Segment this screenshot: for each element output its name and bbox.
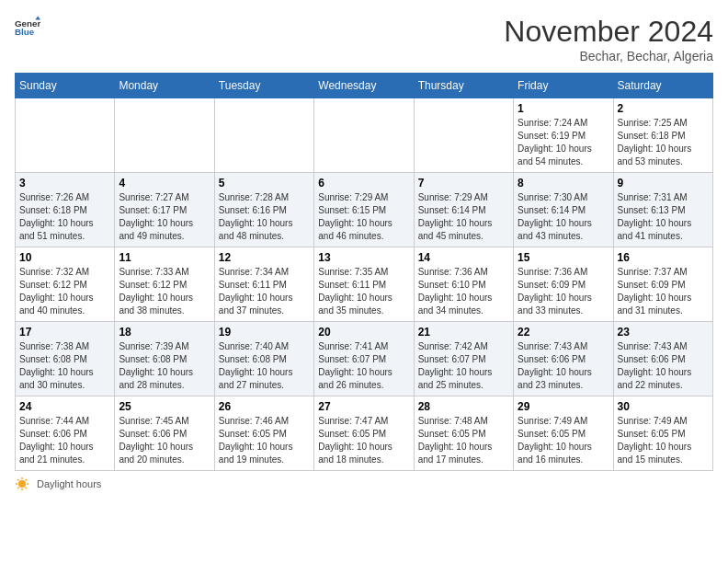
calendar-cell: 4Sunrise: 7:27 AMSunset: 6:17 PMDaylight… [115, 173, 214, 247]
day-number: 3 [19, 177, 110, 190]
day-header-wednesday: Wednesday [314, 74, 414, 98]
day-info: Sunrise: 7:39 AMSunset: 6:08 PMDaylight:… [119, 340, 210, 392]
calendar-cell: 7Sunrise: 7:29 AMSunset: 6:14 PMDaylight… [414, 173, 513, 247]
page-header: General Blue November 2024 Bechar, Becha… [15, 15, 713, 63]
day-info: Sunrise: 7:32 AMSunset: 6:12 PMDaylight:… [19, 266, 110, 317]
day-number: 22 [518, 326, 609, 339]
calendar-week-row: 1Sunrise: 7:24 AMSunset: 6:19 PMDaylight… [16, 98, 713, 173]
day-number: 25 [119, 400, 210, 413]
calendar-cell: 20Sunrise: 7:41 AMSunset: 6:07 PMDayligh… [314, 322, 414, 396]
calendar-cell: 14Sunrise: 7:36 AMSunset: 6:10 PMDayligh… [414, 247, 513, 322]
logo: General Blue [15, 15, 40, 40]
svg-text:Blue: Blue [15, 27, 35, 37]
calendar-cell: 17Sunrise: 7:38 AMSunset: 6:08 PMDayligh… [16, 322, 115, 396]
calendar-cell: 18Sunrise: 7:39 AMSunset: 6:08 PMDayligh… [115, 322, 214, 396]
day-header-monday: Monday [115, 74, 214, 98]
calendar-cell: 10Sunrise: 7:32 AMSunset: 6:12 PMDayligh… [16, 247, 115, 322]
day-number: 14 [418, 251, 509, 264]
calendar-cell: 24Sunrise: 7:44 AMSunset: 6:06 PMDayligh… [16, 396, 115, 471]
day-number: 10 [19, 251, 110, 264]
calendar-cell: 21Sunrise: 7:42 AMSunset: 6:07 PMDayligh… [414, 322, 513, 396]
day-number: 28 [418, 400, 509, 413]
calendar-cell: 2Sunrise: 7:25 AMSunset: 6:18 PMDaylight… [613, 98, 712, 173]
day-number: 18 [119, 326, 210, 339]
day-header-thursday: Thursday [414, 74, 513, 98]
month-title: November 2024 [504, 15, 713, 49]
calendar-cell: 15Sunrise: 7:36 AMSunset: 6:09 PMDayligh… [514, 247, 613, 322]
calendar-cell: 22Sunrise: 7:43 AMSunset: 6:06 PMDayligh… [514, 322, 613, 396]
day-info: Sunrise: 7:31 AMSunset: 6:13 PMDaylight:… [618, 191, 709, 243]
calendar-cell: 9Sunrise: 7:31 AMSunset: 6:13 PMDaylight… [613, 173, 712, 247]
svg-line-10 [26, 479, 28, 481]
calendar-cell: 8Sunrise: 7:30 AMSunset: 6:14 PMDaylight… [514, 173, 613, 247]
day-number: 16 [618, 251, 709, 264]
calendar-week-row: 24Sunrise: 7:44 AMSunset: 6:06 PMDayligh… [16, 396, 713, 471]
day-number: 17 [19, 326, 110, 339]
calendar-cell: 28Sunrise: 7:48 AMSunset: 6:05 PMDayligh… [414, 396, 513, 471]
calendar-week-row: 17Sunrise: 7:38 AMSunset: 6:08 PMDayligh… [16, 322, 713, 396]
calendar-cell [414, 98, 513, 173]
day-info: Sunrise: 7:45 AMSunset: 6:06 PMDaylight:… [119, 415, 210, 466]
day-info: Sunrise: 7:24 AMSunset: 6:19 PMDaylight:… [518, 117, 609, 168]
calendar-week-row: 10Sunrise: 7:32 AMSunset: 6:12 PMDayligh… [16, 247, 713, 322]
calendar-cell [314, 98, 414, 173]
day-number: 4 [119, 177, 210, 190]
svg-line-9 [26, 488, 28, 489]
day-info: Sunrise: 7:37 AMSunset: 6:09 PMDaylight:… [618, 266, 709, 317]
day-number: 23 [618, 326, 709, 339]
day-number: 7 [418, 177, 509, 190]
day-header-friday: Friday [514, 74, 613, 98]
day-number: 11 [119, 251, 210, 264]
day-number: 5 [219, 177, 310, 190]
day-number: 20 [318, 326, 409, 339]
calendar-week-row: 3Sunrise: 7:26 AMSunset: 6:18 PMDaylight… [16, 173, 713, 247]
day-info: Sunrise: 7:49 AMSunset: 6:05 PMDaylight:… [518, 415, 609, 466]
calendar-cell [214, 98, 313, 173]
day-number: 27 [318, 400, 409, 413]
day-number: 2 [618, 102, 709, 115]
day-number: 30 [618, 400, 709, 413]
calendar-cell: 3Sunrise: 7:26 AMSunset: 6:18 PMDaylight… [16, 173, 115, 247]
day-info: Sunrise: 7:30 AMSunset: 6:14 PMDaylight:… [518, 191, 609, 243]
calendar-cell: 5Sunrise: 7:28 AMSunset: 6:16 PMDaylight… [214, 173, 313, 247]
calendar-cell: 29Sunrise: 7:49 AMSunset: 6:05 PMDayligh… [514, 396, 613, 471]
calendar-cell [16, 98, 115, 173]
day-info: Sunrise: 7:25 AMSunset: 6:18 PMDaylight:… [618, 117, 709, 168]
day-info: Sunrise: 7:41 AMSunset: 6:07 PMDaylight:… [318, 340, 409, 392]
day-info: Sunrise: 7:34 AMSunset: 6:11 PMDaylight:… [219, 266, 310, 317]
calendar-cell: 19Sunrise: 7:40 AMSunset: 6:08 PMDayligh… [214, 322, 313, 396]
day-number: 12 [219, 251, 310, 264]
day-info: Sunrise: 7:49 AMSunset: 6:05 PMDaylight:… [618, 415, 709, 466]
day-number: 21 [418, 326, 509, 339]
day-info: Sunrise: 7:48 AMSunset: 6:05 PMDaylight:… [418, 415, 509, 466]
legend-area: Daylight hours [15, 477, 713, 491]
calendar-cell: 11Sunrise: 7:33 AMSunset: 6:12 PMDayligh… [115, 247, 214, 322]
day-info: Sunrise: 7:38 AMSunset: 6:08 PMDaylight:… [19, 340, 110, 392]
day-number: 9 [618, 177, 709, 190]
calendar-cell: 1Sunrise: 7:24 AMSunset: 6:19 PMDaylight… [514, 98, 613, 173]
day-info: Sunrise: 7:35 AMSunset: 6:11 PMDaylight:… [318, 266, 409, 317]
day-info: Sunrise: 7:28 AMSunset: 6:16 PMDaylight:… [219, 191, 310, 243]
calendar-cell: 16Sunrise: 7:37 AMSunset: 6:09 PMDayligh… [613, 247, 712, 322]
day-number: 13 [318, 251, 409, 264]
calendar-cell [115, 98, 214, 173]
day-number: 15 [518, 251, 609, 264]
day-info: Sunrise: 7:29 AMSunset: 6:15 PMDaylight:… [318, 191, 409, 243]
day-info: Sunrise: 7:43 AMSunset: 6:06 PMDaylight:… [618, 340, 709, 392]
calendar-header-row: SundayMondayTuesdayWednesdayThursdayFrid… [16, 74, 713, 98]
day-info: Sunrise: 7:46 AMSunset: 6:05 PMDaylight:… [219, 415, 310, 466]
logo-icon: General Blue [15, 15, 40, 40]
day-info: Sunrise: 7:47 AMSunset: 6:05 PMDaylight:… [318, 415, 409, 466]
daylight-label: Daylight hours [37, 478, 101, 489]
calendar-cell: 13Sunrise: 7:35 AMSunset: 6:11 PMDayligh… [314, 247, 414, 322]
day-info: Sunrise: 7:29 AMSunset: 6:14 PMDaylight:… [418, 191, 509, 243]
calendar-cell: 27Sunrise: 7:47 AMSunset: 6:05 PMDayligh… [314, 396, 414, 471]
day-info: Sunrise: 7:40 AMSunset: 6:08 PMDaylight:… [219, 340, 310, 392]
calendar-cell: 6Sunrise: 7:29 AMSunset: 6:15 PMDaylight… [314, 173, 414, 247]
day-header-saturday: Saturday [613, 74, 712, 98]
day-number: 26 [219, 400, 310, 413]
day-info: Sunrise: 7:36 AMSunset: 6:10 PMDaylight:… [418, 266, 509, 317]
day-info: Sunrise: 7:36 AMSunset: 6:09 PMDaylight:… [518, 266, 609, 317]
svg-line-8 [17, 479, 19, 481]
calendar-cell: 26Sunrise: 7:46 AMSunset: 6:05 PMDayligh… [214, 396, 313, 471]
